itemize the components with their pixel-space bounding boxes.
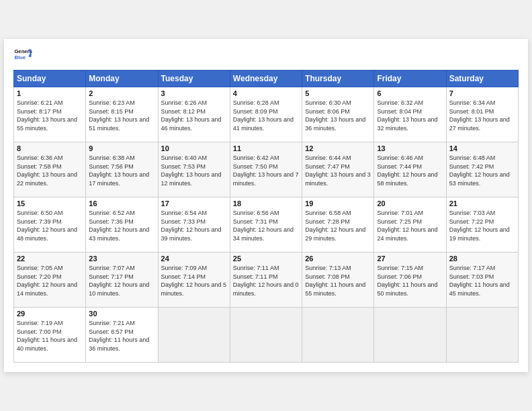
day-number: 25 [233,255,299,263]
day-number: 2 [89,89,154,97]
day-number: 10 [161,144,227,152]
day-info: Sunrise: 7:19 AMSunset: 7:00 PMDaylight:… [17,320,77,352]
day-cell [158,308,230,363]
calendar-container: General Blue SundayMondayTuesdayWednesda… [4,39,528,372]
day-cell: 8 Sunrise: 6:36 AMSunset: 7:58 PMDayligh… [14,142,86,197]
weekday-header-wednesday: Wednesday [230,71,302,87]
day-number: 18 [233,199,299,208]
day-info: Sunrise: 7:21 AMSunset: 6:57 PMDaylight:… [89,320,149,352]
day-cell: 7 Sunrise: 6:34 AMSunset: 8:01 PMDayligh… [446,87,518,142]
day-number: 27 [377,255,443,263]
day-number: 5 [305,89,371,97]
week-row-2: 8 Sunrise: 6:36 AMSunset: 7:58 PMDayligh… [14,142,519,197]
day-info: Sunrise: 6:58 AMSunset: 7:28 PMDaylight:… [305,210,365,242]
day-cell [374,308,446,363]
weekday-header-sunday: Sunday [14,71,86,87]
day-cell: 29 Sunrise: 7:19 AMSunset: 7:00 PMDaylig… [14,308,86,363]
logo-icon: General Blue [13,46,32,64]
day-cell [446,308,518,363]
day-info: Sunrise: 6:44 AMSunset: 7:47 PMDaylight:… [305,154,371,187]
day-cell: 5 Sunrise: 6:30 AMSunset: 8:06 PMDayligh… [302,87,374,142]
day-info: Sunrise: 6:54 AMSunset: 7:33 PMDaylight:… [161,210,222,242]
day-cell: 23 Sunrise: 7:07 AMSunset: 7:17 PMDaylig… [86,253,158,308]
day-info: Sunrise: 7:15 AMSunset: 7:06 PMDaylight:… [377,265,437,297]
day-cell: 14 Sunrise: 6:48 AMSunset: 7:42 PMDaylig… [446,142,518,197]
day-number: 14 [449,144,515,152]
day-info: Sunrise: 7:03 AMSunset: 7:22 PMDaylight:… [449,210,510,242]
day-number: 22 [17,255,83,263]
day-number: 4 [233,89,299,97]
day-cell [230,308,302,363]
day-cell: 24 Sunrise: 7:09 AMSunset: 7:14 PMDaylig… [158,253,230,308]
day-cell: 16 Sunrise: 6:52 AMSunset: 7:36 PMDaylig… [86,197,158,253]
day-info: Sunrise: 6:38 AMSunset: 7:56 PMDaylight:… [89,154,149,187]
day-info: Sunrise: 6:30 AMSunset: 8:06 PMDaylight:… [305,99,365,132]
day-cell: 22 Sunrise: 7:05 AMSunset: 7:20 PMDaylig… [14,253,86,308]
day-info: Sunrise: 7:09 AMSunset: 7:14 PMDaylight:… [161,265,227,297]
day-number: 12 [305,144,371,152]
day-info: Sunrise: 7:01 AMSunset: 7:25 PMDaylight:… [377,210,437,242]
day-cell: 30 Sunrise: 7:21 AMSunset: 6:57 PMDaylig… [86,308,158,363]
week-row-4: 22 Sunrise: 7:05 AMSunset: 7:20 PMDaylig… [14,253,519,308]
week-row-3: 15 Sunrise: 6:50 AMSunset: 7:39 PMDaylig… [14,197,519,253]
day-number: 23 [89,255,154,263]
day-number: 15 [17,199,83,208]
day-cell: 19 Sunrise: 6:58 AMSunset: 7:28 PMDaylig… [302,197,374,253]
day-info: Sunrise: 7:13 AMSunset: 7:08 PMDaylight:… [305,265,365,297]
day-info: Sunrise: 6:50 AMSunset: 7:39 PMDaylight:… [17,210,77,242]
day-number: 28 [449,255,515,263]
day-cell [302,308,374,363]
week-row-5: 29 Sunrise: 7:19 AMSunset: 7:00 PMDaylig… [14,308,519,363]
weekday-header-saturday: Saturday [446,71,518,87]
weekday-header-tuesday: Tuesday [158,71,230,87]
day-number: 3 [161,89,227,97]
logo: General Blue [13,46,32,64]
day-number: 11 [233,144,299,152]
day-info: Sunrise: 7:11 AMSunset: 7:11 PMDaylight:… [233,265,299,297]
week-row-1: 1 Sunrise: 6:21 AMSunset: 8:17 PMDayligh… [14,87,519,142]
day-number: 13 [377,144,443,152]
day-cell: 2 Sunrise: 6:23 AMSunset: 8:15 PMDayligh… [86,87,158,142]
day-cell: 3 Sunrise: 6:26 AMSunset: 8:12 PMDayligh… [158,87,230,142]
day-number: 26 [305,255,371,263]
day-number: 8 [17,144,83,152]
weekday-header-friday: Friday [374,71,446,87]
day-info: Sunrise: 7:07 AMSunset: 7:17 PMDaylight:… [89,265,149,297]
weekday-header-thursday: Thursday [302,71,374,87]
svg-text:Blue: Blue [14,54,26,60]
day-info: Sunrise: 6:28 AMSunset: 8:09 PMDaylight:… [233,99,294,132]
day-cell: 20 Sunrise: 7:01 AMSunset: 7:25 PMDaylig… [374,197,446,253]
day-cell: 27 Sunrise: 7:15 AMSunset: 7:06 PMDaylig… [374,253,446,308]
day-cell: 26 Sunrise: 7:13 AMSunset: 7:08 PMDaylig… [302,253,374,308]
day-info: Sunrise: 6:42 AMSunset: 7:50 PMDaylight:… [233,154,299,187]
day-number: 16 [89,199,154,208]
day-number: 20 [377,199,443,208]
day-info: Sunrise: 6:36 AMSunset: 7:58 PMDaylight:… [17,154,77,187]
day-number: 17 [161,199,227,208]
day-info: Sunrise: 6:21 AMSunset: 8:17 PMDaylight:… [17,99,77,132]
day-cell: 12 Sunrise: 6:44 AMSunset: 7:47 PMDaylig… [302,142,374,197]
day-info: Sunrise: 6:34 AMSunset: 8:01 PMDaylight:… [449,99,510,132]
day-number: 1 [17,89,83,97]
day-cell: 10 Sunrise: 6:40 AMSunset: 7:53 PMDaylig… [158,142,230,197]
day-cell: 13 Sunrise: 6:46 AMSunset: 7:44 PMDaylig… [374,142,446,197]
day-cell: 11 Sunrise: 6:42 AMSunset: 7:50 PMDaylig… [230,142,302,197]
day-cell: 4 Sunrise: 6:28 AMSunset: 8:09 PMDayligh… [230,87,302,142]
header-row: General Blue [13,46,519,64]
day-info: Sunrise: 6:23 AMSunset: 8:15 PMDaylight:… [89,99,149,132]
day-info: Sunrise: 6:40 AMSunset: 7:53 PMDaylight:… [161,154,222,187]
day-number: 30 [89,310,154,318]
day-info: Sunrise: 6:32 AMSunset: 8:04 PMDaylight:… [377,99,437,132]
day-number: 19 [305,199,371,208]
day-cell: 28 Sunrise: 7:17 AMSunset: 7:03 PMDaylig… [446,253,518,308]
day-number: 21 [449,199,515,208]
day-cell: 1 Sunrise: 6:21 AMSunset: 8:17 PMDayligh… [14,87,86,142]
day-info: Sunrise: 6:56 AMSunset: 7:31 PMDaylight:… [233,210,294,242]
day-cell: 9 Sunrise: 6:38 AMSunset: 7:56 PMDayligh… [86,142,158,197]
day-info: Sunrise: 6:48 AMSunset: 7:42 PMDaylight:… [449,154,510,187]
day-cell: 17 Sunrise: 6:54 AMSunset: 7:33 PMDaylig… [158,197,230,253]
day-info: Sunrise: 6:46 AMSunset: 7:44 PMDaylight:… [377,154,437,187]
day-number: 29 [17,310,83,318]
day-cell: 15 Sunrise: 6:50 AMSunset: 7:39 PMDaylig… [14,197,86,253]
day-info: Sunrise: 7:05 AMSunset: 7:20 PMDaylight:… [17,265,77,297]
